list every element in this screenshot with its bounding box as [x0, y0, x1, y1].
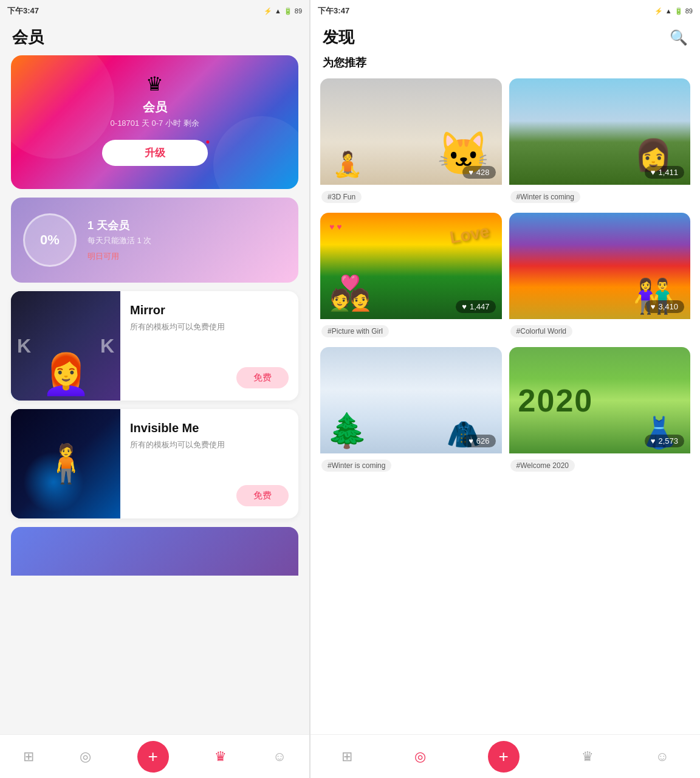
discover-card-3dfun[interactable]: 🧘 ♥ 428 #3D Fun	[320, 78, 501, 205]
right-crown-nav-icon: ♛	[582, 749, 594, 765]
mirror-person-icon: 👩‍🦰	[41, 351, 91, 398]
invisible-app-desc: 所有的模板均可以免费使用	[130, 439, 289, 451]
right-profile-face-icon: ☺	[656, 749, 669, 765]
mirror-k-right-icon: K	[100, 335, 114, 357]
mirror-k-left-icon: K	[17, 335, 31, 357]
invisible-app-card: 🧍 Invisible Me 所有的模板均可以免费使用 免费	[11, 409, 298, 518]
heart-icon: ♥	[468, 168, 473, 177]
left-nav-crown[interactable]: ♛	[214, 749, 227, 765]
invisible-free-button[interactable]: 免费	[236, 485, 289, 506]
member-card-title: 会员	[143, 99, 167, 115]
2020-like-badge: ♥ 2,573	[645, 435, 684, 447]
right-nav-profile[interactable]: ☺	[656, 749, 669, 765]
right-nav-crown[interactable]: ♛	[582, 749, 594, 765]
right-add-icon: +	[499, 748, 509, 765]
progress-available: 明日可用	[88, 251, 286, 262]
search-button[interactable]: 🔍	[670, 29, 688, 46]
2020-like-count: 2,573	[658, 436, 678, 446]
year-2020-text: 2020	[518, 382, 594, 419]
heart-icon-5: ♥	[468, 436, 473, 446]
3dfun-like-badge: ♥ 428	[462, 166, 495, 179]
left-page-title: 会员	[12, 27, 297, 48]
left-nav-profile[interactable]: ☺	[273, 749, 286, 765]
explore-compass-icon: ◎	[80, 749, 91, 765]
love-hearts-icon: ♥ ♥	[329, 222, 342, 232]
right-nav-explore[interactable]: ◎	[414, 749, 426, 765]
2020-tag: #Welcome 2020	[510, 460, 575, 472]
discover-card-colorful[interactable]: ♥ 3,410 #Colorful World	[509, 213, 690, 340]
snow-tag-row: #Winter is coming	[320, 453, 501, 474]
invisible-app-info: Invisible Me 所有的模板均可以免费使用 免费	[120, 409, 298, 518]
invisible-person-icon: 🧍	[43, 442, 89, 486]
3dfun-tag: #3D Fun	[321, 191, 362, 203]
upgrade-button[interactable]: 升级	[102, 140, 208, 166]
mirror-app-info: Mirror 所有的模板均可以免费使用 免费	[120, 291, 298, 401]
right-status-bar: 下午3:47 ⚡ ▲ 🔋 89	[311, 0, 700, 22]
left-nav-explore[interactable]: ◎	[80, 749, 91, 765]
winter1-tag-row: #Winter is coming	[509, 185, 690, 205]
progress-title: 1 天会员	[88, 218, 286, 233]
discover-card-love[interactable]: Love ♥ ♥ ♥ 1,447 #Picture with Girl	[320, 213, 501, 340]
invisible-app-image: 🧍	[11, 409, 120, 518]
left-status-bar: 下午3:47 ⚡ ▲ 🔋 89	[0, 0, 309, 22]
discover-card-2020[interactable]: 2020 ♥ 2,573 #Welcome 2020	[509, 347, 690, 474]
colorful-tag-row: #Colorful World	[509, 319, 690, 340]
progress-subtitle: 每天只能激活 1 次	[88, 235, 286, 246]
wifi-icon: ▲	[275, 7, 281, 15]
heart-icon-6: ♥	[651, 436, 656, 446]
love-text: Love	[448, 222, 491, 248]
winter1-like-badge: ♥ 1,411	[645, 166, 684, 179]
left-status-icons: ⚡ ▲ 🔋 89	[264, 7, 302, 15]
snow-visual: ♥ 626	[320, 347, 501, 453]
mirror-app-desc: 所有的模板均可以免费使用	[130, 321, 289, 333]
mirror-app-card: K 👩‍🦰 K Mirror 所有的模板均可以免费使用 免费	[11, 291, 298, 401]
colorful-like-badge: ♥ 3,410	[645, 300, 684, 313]
right-status-icons: ⚡ ▲ 🔋 89	[654, 7, 693, 15]
add-icon: +	[148, 748, 158, 765]
right-battery-icon: 🔋	[674, 7, 683, 15]
mirror-app-image: K 👩‍🦰 K	[11, 291, 120, 401]
discover-row-1: 🧘 ♥ 428 #3D Fun ♥ 1,411	[320, 78, 690, 205]
right-page-title: 发现	[323, 27, 354, 48]
home-grid-icon: ⊞	[23, 749, 34, 765]
2020-visual: 2020 ♥ 2,573	[509, 347, 690, 453]
right-wifi-icon: ▲	[665, 7, 672, 15]
3dfun-visual: 🧘 ♥ 428	[320, 78, 501, 185]
snow-like-badge: ♥ 626	[462, 435, 495, 447]
discover-card-snow[interactable]: ♥ 626 #Winter is coming	[320, 347, 501, 474]
member-card: ♛ 会员 0-18701 天 0-7 小时 剩余 升级	[11, 55, 298, 189]
3dfun-like-count: 428	[476, 168, 490, 177]
right-nav-home[interactable]: ⊞	[341, 749, 352, 765]
discover-row-2: Love ♥ ♥ ♥ 1,447 #Picture with Girl	[320, 213, 690, 340]
winter1-like-count: 1,411	[658, 168, 678, 177]
right-status-time: 下午3:47	[318, 5, 349, 16]
progress-percent: 0%	[40, 232, 60, 248]
heart-icon-4: ♥	[651, 302, 656, 311]
love-tag-row: #Picture with Girl	[320, 319, 501, 340]
left-panel: 下午3:47 ⚡ ▲ 🔋 89 会员 ♛ 会员 0-18701 天 0-7 小时…	[0, 0, 309, 778]
mirror-visual: K 👩‍🦰 K	[11, 291, 120, 401]
right-signal-icon: ⚡	[654, 7, 663, 15]
progress-card: 0% 1 天会员 每天只能激活 1 次 明日可用	[11, 198, 298, 283]
left-nav-home[interactable]: ⊞	[23, 749, 34, 765]
heart-icon-3: ♥	[462, 302, 467, 311]
winter1-visual: ♥ 1,411	[509, 78, 690, 185]
left-bottom-nav: ⊞ ◎ + ♛ ☺	[0, 734, 309, 778]
love-like-count: 1,447	[470, 302, 490, 311]
right-nav-add-button[interactable]: +	[488, 741, 520, 773]
crown-icon: ♛	[146, 72, 163, 95]
discover-card-winter1[interactable]: ♥ 1,411 #Winter is coming	[509, 78, 690, 205]
invisible-app-name: Invisible Me	[130, 421, 289, 435]
section-recommended-title: 为您推荐	[320, 55, 690, 70]
crown-nav-icon: ♛	[214, 749, 227, 765]
right-bottom-nav: ⊞ ◎ + ♛ ☺	[311, 734, 700, 778]
love-visual: Love ♥ ♥ ♥ 1,447	[320, 213, 501, 319]
left-header: 会员	[0, 22, 309, 55]
progress-info: 1 天会员 每天只能激活 1 次 明日可用	[88, 218, 286, 262]
left-nav-add-button[interactable]: +	[137, 741, 169, 773]
mirror-free-button[interactable]: 免费	[236, 367, 289, 388]
progress-circle: 0%	[23, 213, 77, 267]
battery-icon: 🔋	[284, 7, 292, 15]
right-explore-compass-icon: ◎	[414, 749, 426, 765]
right-panel: 下午3:47 ⚡ ▲ 🔋 89 发现 🔍 为您推荐 🧘 ♥	[311, 0, 700, 778]
